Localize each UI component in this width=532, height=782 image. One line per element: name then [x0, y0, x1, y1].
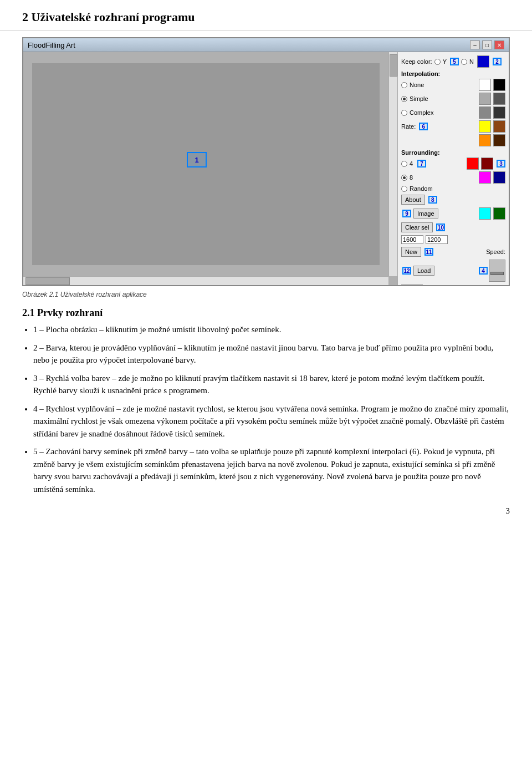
- load-row: 12 Load 4: [401, 260, 505, 282]
- interp-none-radio[interactable]: [401, 82, 407, 88]
- marker-11: 11: [424, 248, 433, 256]
- vscroll-thumb[interactable]: [390, 54, 397, 77]
- clearsel-row: Clear sel 10: [401, 222, 505, 232]
- swatch-red[interactable]: [467, 158, 479, 170]
- marker-12: 12: [402, 267, 411, 275]
- swatch-darkgray[interactable]: [493, 93, 505, 105]
- interp-simple-radio[interactable]: [401, 96, 407, 102]
- image-row: 9 Image: [401, 207, 505, 220]
- keep-n-radio[interactable]: [461, 59, 467, 65]
- close-button[interactable]: ✕: [494, 40, 504, 49]
- swatch-gray[interactable]: [479, 93, 491, 105]
- image-button[interactable]: Image: [413, 209, 438, 219]
- orange-row: [401, 134, 505, 146]
- bullet-1: 1 – Plocha obrázku – kliknutím je možné …: [33, 323, 510, 336]
- maximize-button[interactable]: □: [482, 40, 492, 49]
- marker-9: 9: [402, 210, 411, 217]
- bullet-5: 5 – Zachování barvy semínek při změně ba…: [33, 445, 510, 495]
- color-swatch-blue[interactable]: [477, 55, 489, 68]
- canvas-inner: 1: [23, 52, 388, 276]
- window-controls: – □ ✕: [470, 40, 504, 49]
- marker-1: 1: [187, 152, 207, 167]
- window-title: FloodFilling Art: [28, 41, 75, 49]
- new-load-row: New 11 Speed:: [401, 247, 505, 257]
- screenshot-container: FloodFilling Art – □ ✕ 1: [22, 37, 510, 286]
- canvas-area[interactable]: 1: [23, 52, 398, 285]
- swatch-cyan[interactable]: [479, 207, 491, 220]
- surrounding-8-label: 8: [410, 174, 413, 181]
- marker-3: 3: [497, 160, 505, 167]
- hscroll-thumb[interactable]: [25, 277, 70, 285]
- vertical-scrollbar[interactable]: [388, 52, 397, 276]
- surrounding-4-row: 4 7 3: [401, 158, 505, 170]
- window-content: 1 Keep color: Y 5 N 2: [23, 52, 509, 285]
- interp-complex-radio[interactable]: [401, 110, 407, 116]
- rate-label: Rate:: [401, 123, 416, 130]
- speed-slider[interactable]: [489, 260, 505, 282]
- swatch-darkorange[interactable]: [493, 134, 505, 146]
- keep-n-label: N: [469, 58, 474, 65]
- marker-4: 4: [479, 267, 488, 275]
- new-button[interactable]: New: [401, 247, 421, 257]
- swatch-medgray[interactable]: [479, 106, 491, 119]
- speed-handle: [490, 272, 504, 275]
- surrounding-random-row: Random: [401, 185, 505, 192]
- window-titlebar: FloodFilling Art – □ ✕: [23, 38, 509, 52]
- marker-2: 2: [493, 58, 502, 65]
- save-button[interactable]: Save: [401, 285, 423, 285]
- interp-complex-label: Complex: [410, 109, 433, 116]
- swatch-orange[interactable]: [479, 134, 491, 146]
- page-number: 3: [0, 501, 532, 521]
- interp-simple-label: Simple: [410, 95, 428, 102]
- speed-label: Speed:: [486, 248, 505, 255]
- swatch-darkgreen[interactable]: [493, 207, 505, 220]
- figure-caption: Obrázek 2.1 Uživatelské rozhraní aplikac…: [22, 291, 510, 298]
- save-row: Save 13: [401, 285, 505, 285]
- about-image-row: About 8: [401, 195, 505, 205]
- marker-8: 8: [428, 196, 437, 204]
- surrounding-random-label: Random: [410, 185, 433, 192]
- speed-slider-area: 4: [478, 260, 505, 282]
- swatch-vdarkgray[interactable]: [493, 106, 505, 119]
- bullet-3: 3 – Rychlá volba barev – zde je možno po…: [33, 372, 510, 397]
- dimensions-row: [401, 235, 505, 244]
- height-input[interactable]: [426, 235, 448, 244]
- swatch-black[interactable]: [493, 79, 505, 91]
- interpolation-label: Interpolation:: [401, 70, 505, 77]
- swatch-yellow[interactable]: [479, 120, 491, 133]
- right-panel: Keep color: Y 5 N 2 Interpolation: None: [398, 52, 509, 285]
- bullet-list: 1 – Plocha obrázku – kliknutím je možné …: [0, 323, 532, 495]
- keep-y-radio[interactable]: [434, 59, 441, 65]
- marker-5: 5: [450, 58, 459, 65]
- swatch-magenta[interactable]: [479, 171, 491, 184]
- rate-row: Rate: 6: [401, 120, 505, 133]
- bullet-2: 2 – Barva, kterou je prováděno vyplňován…: [33, 342, 510, 367]
- clear-sel-button[interactable]: Clear sel: [401, 222, 433, 232]
- load-button[interactable]: Load: [413, 266, 434, 276]
- surrounding-label: Surrounding:: [401, 149, 505, 156]
- keep-color-label: Keep color:: [401, 58, 432, 65]
- swatch-darkblue[interactable]: [493, 171, 505, 184]
- interp-none-label: None: [410, 82, 424, 88]
- surrounding-4-radio[interactable]: [401, 161, 407, 167]
- surrounding-random-radio[interactable]: [401, 186, 407, 192]
- marker-6: 6: [419, 123, 428, 130]
- swatch-white[interactable]: [479, 79, 491, 91]
- section-heading: 2.1 Prvky rozhraní: [0, 307, 532, 323]
- interp-simple-row: Simple: [401, 93, 505, 105]
- bullet-4: 4 – Rychlost vyplňování – zde je možné n…: [33, 403, 510, 440]
- swatch-darkred[interactable]: [481, 158, 493, 170]
- horizontal-scrollbar[interactable]: [23, 276, 388, 285]
- marker-10: 10: [436, 224, 445, 231]
- surrounding-8-radio[interactable]: [401, 175, 407, 181]
- swatch-brown[interactable]: [493, 120, 505, 133]
- speed-label-area: Speed:: [486, 248, 505, 255]
- width-input[interactable]: [401, 235, 423, 244]
- surrounding-8-row: 8: [401, 171, 505, 184]
- about-button[interactable]: About: [401, 195, 425, 205]
- interp-none-row: None: [401, 79, 505, 91]
- keep-color-row: Keep color: Y 5 N 2: [401, 55, 505, 68]
- keep-y-label: Y: [443, 58, 447, 65]
- minimize-button[interactable]: –: [470, 40, 480, 49]
- surrounding-4-label: 4: [410, 160, 413, 167]
